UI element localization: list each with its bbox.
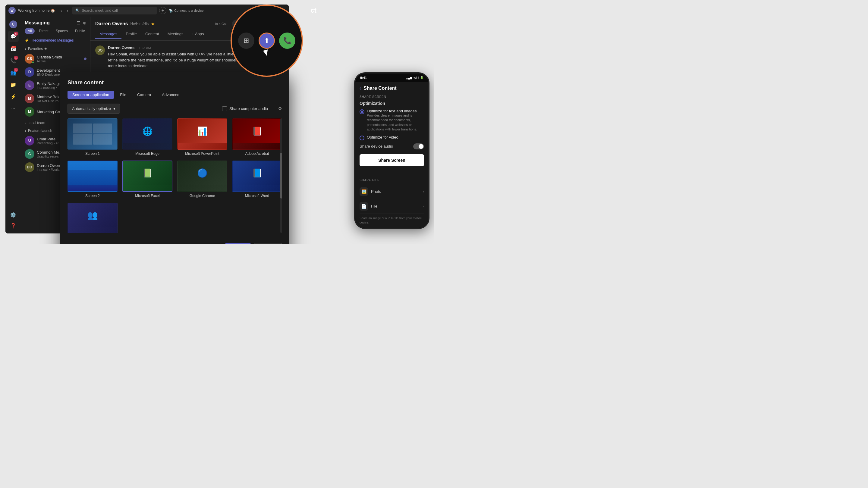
file-row-file[interactable]: 📄 File › xyxy=(360,199,424,214)
toggle-knob xyxy=(418,144,424,149)
zoom-circle-buttons: ⊞ ⬆ 📞 xyxy=(238,33,296,49)
word-preview: 📘 xyxy=(233,161,281,185)
favorites-section[interactable]: ▾ Favorites ★ xyxy=(21,44,90,52)
phone-time: 9:41 xyxy=(360,76,367,79)
cancel-button[interactable]: Cancel xyxy=(254,243,282,244)
tab-apps[interactable]: + Apps xyxy=(187,30,208,38)
recommended-label: Recommended Messages xyxy=(32,38,73,42)
wifi-icon: WiFi xyxy=(413,76,419,79)
screen-thumb-word: 📘 xyxy=(232,161,282,192)
forward-button[interactable]: › xyxy=(65,7,70,13)
phone-back-button[interactable]: ‹ xyxy=(360,86,361,91)
screen-item-acrobat[interactable]: 📕 Adobe Acrobat xyxy=(232,119,282,156)
calls-icon-btn[interactable]: 📞 1 xyxy=(8,55,19,66)
screen2-preview xyxy=(68,161,117,185)
audio-checkbox[interactable] xyxy=(222,106,227,111)
favorites-label: Favorites ★ xyxy=(28,47,47,51)
settings-button[interactable]: ⚙ xyxy=(278,106,282,111)
contact-name: Development xyxy=(37,68,87,73)
tab-content[interactable]: Content xyxy=(141,30,163,38)
screen-item-edge[interactable]: 🌐 Microsoft Edge xyxy=(122,119,173,156)
radio-text-images[interactable] xyxy=(360,109,364,114)
contact-clarissa[interactable]: CS Clarissa Smith Active xyxy=(21,52,90,65)
sidebar-filter-button[interactable]: ☰ xyxy=(76,21,81,25)
recommended-messages[interactable]: ⚡ Recommended Messages xyxy=(21,36,90,44)
file-label: File xyxy=(371,204,377,208)
screen-thumb-edge: 🌐 xyxy=(122,119,173,150)
optimize-dropdown[interactable]: Automatically optimize ▾ xyxy=(67,104,120,113)
file-left: 🖼️ Photo xyxy=(360,187,381,196)
tab-advanced[interactable]: Advanced xyxy=(157,91,184,99)
device-audio-label: Share device audio xyxy=(360,144,393,149)
people-icon-btn[interactable]: 👥 1 xyxy=(8,67,19,78)
search-bar[interactable]: 🔍 Search, meet, and call xyxy=(72,7,157,14)
contact-name: Clarissa Smith xyxy=(37,55,82,59)
contact-avatar: U xyxy=(25,136,34,145)
files-icon-btn[interactable]: 📁 xyxy=(8,79,19,90)
edge-preview: 🌐 xyxy=(123,119,172,143)
contact-info: Clarissa Smith Active xyxy=(37,55,82,63)
phone-share-screen-button[interactable]: Share Screen xyxy=(360,154,424,166)
screen-item-word[interactable]: 📘 Microsoft Word xyxy=(232,161,282,198)
tab-screen-app[interactable]: Screen or application xyxy=(67,91,114,99)
scrollbar-thumb[interactable] xyxy=(280,153,282,198)
screens-grid: Screen 1 🌐 Microsoft Edge 📊 Microsoft Po… xyxy=(67,119,282,233)
screen-label: Screen 2 xyxy=(85,194,100,198)
tab-file[interactable]: File xyxy=(115,91,131,99)
device-audio-toggle[interactable] xyxy=(413,143,424,150)
screen-label: Microsoft Word xyxy=(245,194,269,198)
app-title: Working from home 🏠 xyxy=(18,8,55,13)
mobile-phone: 9:41 ▂▄▆ WiFi 🔋 ‹ Share Content SHARE SC… xyxy=(354,72,430,229)
screen-item-teams[interactable]: 👥 Microsoft Teams xyxy=(67,203,118,233)
contact-avatar: C xyxy=(25,149,34,159)
cursor-indicator xyxy=(264,50,271,59)
connect-device-button[interactable]: 📡 Connect to a device xyxy=(169,9,204,13)
screen-thumb-excel: 📗 xyxy=(122,161,173,192)
modal-tabs: Screen or application File Camera Advanc… xyxy=(67,91,282,99)
messaging-icon-btn[interactable]: 💬 5 xyxy=(8,31,19,42)
battery-icon: 🔋 xyxy=(420,76,424,79)
apps-icon-btn[interactable]: ⚡ xyxy=(8,91,19,102)
calendar-icon-btn[interactable]: 📅 xyxy=(8,43,19,54)
phone-title: Share Content xyxy=(364,86,396,91)
activity-icon-btn[interactable]: U xyxy=(8,19,19,30)
settings-icon: ⚙️ xyxy=(10,212,16,218)
excel-preview: 📗 xyxy=(123,161,172,185)
sidebar-header: Messaging ☰ ⊕ xyxy=(21,17,90,28)
filter-all[interactable]: All xyxy=(25,28,35,34)
tab-profile[interactable]: Profile xyxy=(121,30,141,38)
more-icon-btn[interactable]: ··· xyxy=(8,103,19,114)
tab-camera[interactable]: Camera xyxy=(132,91,156,99)
zoom-call-button[interactable]: 📞 xyxy=(279,33,296,49)
share-button[interactable]: Share xyxy=(225,243,251,244)
screen-item-screen2[interactable]: Screen 2 xyxy=(67,161,118,198)
scrollbar-track xyxy=(280,119,282,233)
chevron-down-icon: ▾ xyxy=(113,106,116,111)
filter-direct[interactable]: Direct xyxy=(36,28,51,34)
tab-messages[interactable]: Messages xyxy=(95,30,121,38)
filter-public[interactable]: Public xyxy=(72,28,88,34)
radio-video[interactable] xyxy=(360,135,364,140)
sidebar-new-button[interactable]: ⊕ xyxy=(83,21,87,25)
zoom-share-button[interactable]: ⬆ xyxy=(258,33,275,49)
message-time: 11:23 AM xyxy=(137,46,151,50)
back-button[interactable]: ‹ xyxy=(59,7,64,13)
message-avatar: DO xyxy=(95,45,105,55)
help-icon: ❓ xyxy=(10,223,16,229)
mini-cell xyxy=(73,134,92,144)
option-video[interactable]: Optimize for video xyxy=(360,135,424,140)
tab-meetings[interactable]: Meetings xyxy=(163,30,188,38)
screen-item-powerpoint[interactable]: 📊 Microsoft PowerPoint xyxy=(177,119,227,156)
screen-item-chrome[interactable]: 🔵 Google Chrome xyxy=(177,161,227,198)
file-row-photo[interactable]: 🖼️ Photo › xyxy=(360,184,424,199)
mini-cell xyxy=(73,124,92,133)
new-chat-button[interactable]: + xyxy=(159,7,166,14)
screen-item-excel[interactable]: 📗 Microsoft Excel xyxy=(122,161,173,198)
screen-item-screen1[interactable]: Screen 1 xyxy=(67,119,118,156)
chrome-preview: 🔵 xyxy=(178,161,227,185)
option-text-images[interactable]: Optimize for text and images Provides cl… xyxy=(360,109,424,132)
zoom-add-button[interactable]: ⊞ xyxy=(238,33,254,49)
help-icon-btn[interactable]: ❓ xyxy=(8,220,19,231)
filter-spaces[interactable]: Spaces xyxy=(53,28,71,34)
settings-icon-btn[interactable]: ⚙️ xyxy=(8,209,19,220)
